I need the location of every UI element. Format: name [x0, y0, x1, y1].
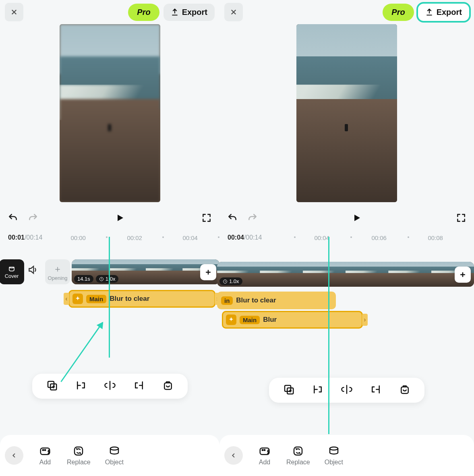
- add-clip-button[interactable]: [200, 264, 216, 280]
- effect-handle-left[interactable]: ‹: [64, 293, 69, 305]
- sparkle-icon: [72, 294, 83, 304]
- playhead[interactable]: [109, 237, 110, 358]
- replace-button[interactable]: Replace: [67, 445, 91, 466]
- annotation-arrow: [60, 322, 103, 382]
- replace-label: Replace: [286, 459, 310, 466]
- redo-icon: [247, 212, 258, 224]
- copy-icon[interactable]: [46, 379, 58, 393]
- video-preview[interactable]: [296, 24, 397, 202]
- effect-name: Blur: [263, 316, 277, 324]
- svg-rect-16: [294, 447, 302, 455]
- edit-tools-bar: [32, 374, 188, 399]
- effect-track-blur[interactable]: Main Blur ›: [222, 311, 363, 329]
- back-button[interactable]: [224, 446, 243, 465]
- time-ruler[interactable]: 00:04/00:14 00:04 00:06 00:08: [219, 230, 474, 245]
- svg-rect-12: [401, 387, 408, 393]
- fullscreen-icon[interactable]: [201, 212, 212, 224]
- svg-point-8: [110, 447, 118, 450]
- add-label: Add: [39, 459, 51, 466]
- video-clip[interactable]: 1.0x: [217, 262, 474, 287]
- play-button[interactable]: [114, 212, 126, 224]
- speed-badge: 1.0x: [219, 277, 242, 285]
- pro-button[interactable]: Pro: [383, 4, 414, 21]
- current-time: 00:01: [8, 234, 25, 241]
- sparkle-icon: [226, 315, 236, 325]
- close-button[interactable]: [5, 3, 23, 21]
- undo-icon[interactable]: [227, 212, 238, 224]
- play-button[interactable]: [351, 212, 362, 224]
- duration-badge: 14.1s: [74, 275, 93, 283]
- current-time: 00:04: [228, 234, 244, 241]
- redo-icon: [27, 212, 39, 224]
- edit-tools-bar: [269, 378, 424, 403]
- split-icon[interactable]: [104, 379, 116, 393]
- effect-tag: Main: [240, 316, 260, 324]
- fullscreen-icon[interactable]: [455, 212, 467, 224]
- tick-label: 00:04: [314, 234, 329, 241]
- playhead[interactable]: [328, 237, 329, 434]
- tick-label: 00:00: [70, 234, 86, 241]
- delete-icon[interactable]: [162, 379, 174, 393]
- opening-label: Opening: [48, 275, 67, 281]
- trim-right-icon[interactable]: [370, 383, 382, 397]
- object-label: Object: [325, 459, 343, 466]
- video-clip[interactable]: 14.1s 1.0x: [72, 259, 219, 284]
- tick-label: 00:06: [371, 234, 387, 241]
- export-label: Export: [182, 8, 207, 17]
- add-clip-button[interactable]: [455, 267, 471, 283]
- add-effect-button[interactable]: Add: [257, 445, 272, 466]
- back-button[interactable]: [5, 446, 23, 465]
- replace-label: Replace: [67, 459, 91, 466]
- add-label: Add: [259, 459, 270, 466]
- cover-button[interactable]: Cover: [0, 259, 24, 284]
- object-label: Object: [105, 459, 124, 466]
- object-button[interactable]: Object: [325, 445, 343, 466]
- tick-label: 00:08: [428, 234, 443, 241]
- svg-rect-7: [75, 447, 83, 455]
- cover-label: Cover: [5, 273, 19, 279]
- split-icon[interactable]: [341, 383, 353, 397]
- effect-name: Blur to clear: [236, 296, 276, 304]
- total-time: /00:14: [244, 234, 262, 241]
- effect-track-blur-to-clear[interactable]: ‹ Main Blur to clear ›: [68, 290, 215, 308]
- speed-badge: 1.0x: [96, 275, 119, 283]
- sound-button[interactable]: [27, 265, 42, 279]
- trim-right-icon[interactable]: [133, 379, 145, 393]
- video-preview[interactable]: [60, 24, 160, 202]
- effect-name: Blur to clear: [110, 295, 149, 303]
- tick-label: 00:04: [182, 234, 198, 241]
- total-time: /00:14: [25, 234, 42, 241]
- pro-button[interactable]: Pro: [128, 4, 159, 21]
- delete-icon[interactable]: [399, 383, 411, 397]
- tick-label: 00:02: [127, 234, 142, 241]
- trim-left-icon[interactable]: [75, 379, 87, 393]
- close-button[interactable]: [224, 3, 243, 21]
- svg-point-17: [330, 447, 338, 450]
- effect-track-blur-to-clear[interactable]: in Blur to clear: [217, 292, 336, 309]
- svg-point-6: [45, 449, 46, 451]
- svg-rect-3: [164, 383, 172, 389]
- copy-icon[interactable]: [283, 383, 295, 397]
- object-button[interactable]: Object: [105, 445, 124, 466]
- export-label: Export: [437, 8, 462, 17]
- opening-button[interactable]: ＋ Opening: [45, 259, 70, 284]
- effect-handle-right[interactable]: ›: [362, 314, 368, 326]
- add-effect-button[interactable]: Add: [38, 445, 52, 466]
- trim-left-icon[interactable]: [312, 383, 324, 397]
- svg-point-14: [262, 449, 263, 451]
- replace-button[interactable]: Replace: [286, 445, 310, 466]
- undo-icon[interactable]: [7, 212, 19, 224]
- svg-point-5: [43, 449, 44, 451]
- export-button[interactable]: Export: [164, 4, 215, 21]
- svg-point-15: [264, 449, 265, 451]
- export-button[interactable]: Export: [418, 4, 469, 21]
- effect-tag: Main: [86, 295, 106, 303]
- effect-tag: in: [221, 296, 233, 305]
